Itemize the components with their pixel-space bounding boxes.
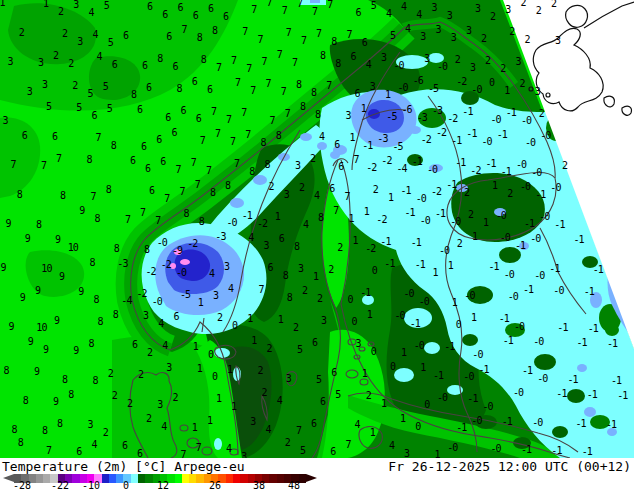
colorbar-tick: 0 — [123, 481, 129, 490]
cold-pocket-top-blue — [310, 0, 320, 3]
legend-datetime: Fr 26-12-2025 12:00 UTC (00+12) — [388, 459, 631, 474]
blue-spot — [409, 126, 421, 134]
colorbar-tick: 26 — [209, 481, 221, 490]
blue-spot — [577, 364, 587, 372]
legend-title: Temperature (2m) [°C] Arpege-eu — [2, 459, 245, 474]
blue-spot — [253, 175, 267, 185]
cold-pocket — [424, 342, 440, 354]
blue-spot — [333, 145, 347, 155]
cold-pocket — [404, 308, 432, 328]
colorbar-tick: -28 — [13, 481, 31, 490]
cold-pocket — [362, 295, 374, 305]
blue-spot — [519, 242, 529, 250]
pink-cold-spot — [180, 259, 190, 265]
blue-spot — [230, 198, 244, 208]
blue-spot — [590, 292, 602, 308]
blue-spot — [584, 407, 596, 417]
blue-spot — [607, 428, 617, 436]
land-island — [467, 286, 493, 304]
map-area: 1123456666667777776544433323222223456678… — [0, 0, 634, 458]
legend-bar: Temperature (2m) [°C] Arpege-eu Fr 26-12… — [0, 458, 634, 490]
weather-map-page: 1123456666667777776544433323222223456678… — [0, 0, 634, 490]
land-island — [462, 334, 478, 346]
blue-spot — [300, 133, 312, 141]
colorbar-tick: -10 — [82, 481, 100, 490]
colorbar-tick: -22 — [51, 481, 69, 490]
blue-spot — [317, 142, 327, 150]
temperature-map-canvas — [0, 0, 634, 458]
pink-cold-spot — [170, 263, 176, 269]
colorbar-tick: 12 — [157, 481, 169, 490]
land-island — [582, 256, 598, 268]
land-island — [552, 426, 568, 438]
cold-pocket-strait — [214, 438, 222, 450]
legend-text-row: Temperature (2m) [°C] Arpege-eu Fr 26-12… — [0, 458, 634, 474]
pink-cold-spot — [174, 249, 182, 255]
land-island — [407, 154, 423, 166]
cold-pocket — [396, 55, 428, 69]
colorbar-tick: 38 — [253, 481, 265, 490]
colorbar-tick-labels: -28-22-10012263848 — [0, 481, 340, 490]
cold-pocket — [428, 53, 444, 63]
land-island — [590, 415, 610, 429]
land-island — [499, 247, 521, 263]
blue-spot — [429, 164, 443, 172]
colorbar-tick: 48 — [288, 481, 300, 490]
blue-spot — [494, 208, 506, 216]
cold-pocket — [394, 368, 414, 382]
land-island — [461, 91, 479, 105]
land-island — [567, 389, 585, 403]
land-island — [505, 323, 525, 337]
land-island — [534, 354, 556, 370]
